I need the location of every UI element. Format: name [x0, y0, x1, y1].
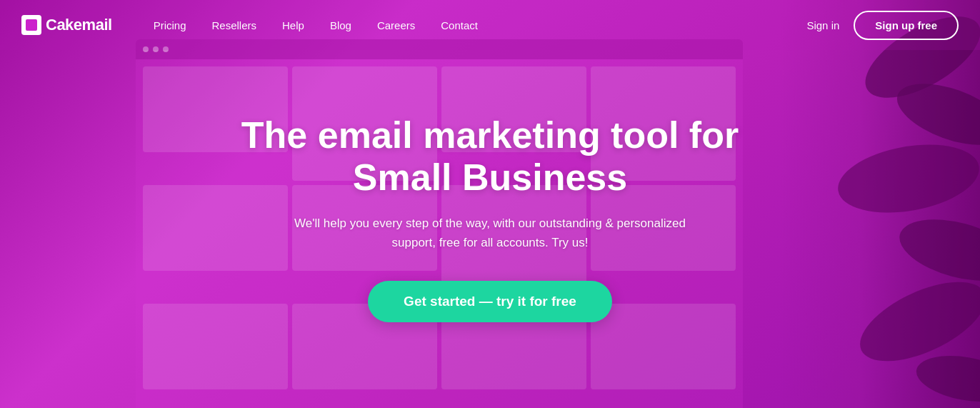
nav-link-blog[interactable]: Blog	[317, 0, 364, 50]
hero-content: The email marketing tool for Small Busin…	[240, 114, 740, 323]
nav-link-careers[interactable]: Careers	[364, 0, 428, 50]
signin-link[interactable]: Sign in	[806, 19, 839, 31]
hero-section: Cakemail Pricing Resellers Help Blog Car…	[0, 0, 980, 408]
hero-title-line1: The email marketing tool for	[241, 114, 739, 156]
signup-button[interactable]: Sign up free	[854, 11, 959, 40]
nav-link-resellers[interactable]: Resellers	[199, 0, 269, 50]
hero-subtitle: We'll help you every step of the way, wi…	[240, 214, 740, 252]
svg-point-2	[833, 134, 980, 222]
hero-title: The email marketing tool for Small Busin…	[240, 114, 740, 200]
brand-name: Cakemail	[46, 16, 112, 34]
nav-right: Sign in Sign up free	[806, 11, 959, 40]
logo-icon-inner	[26, 19, 37, 31]
navigation: Cakemail Pricing Resellers Help Blog Car…	[0, 0, 980, 50]
svg-point-5	[913, 349, 980, 408]
nav-link-contact[interactable]: Contact	[428, 0, 491, 50]
logo-link[interactable]: Cakemail	[21, 15, 112, 35]
plant-svg	[780, 0, 980, 408]
nav-link-help[interactable]: Help	[269, 0, 317, 50]
hero-title-line2: Small Business	[353, 156, 627, 198]
bg-plant-overlay	[780, 0, 980, 408]
cta-button[interactable]: Get started — try it for free	[368, 281, 612, 322]
svg-point-3	[893, 208, 980, 292]
logo-icon	[21, 15, 41, 35]
nav-link-pricing[interactable]: Pricing	[141, 0, 199, 50]
nav-links: Pricing Resellers Help Blog Careers Cont…	[141, 0, 807, 50]
